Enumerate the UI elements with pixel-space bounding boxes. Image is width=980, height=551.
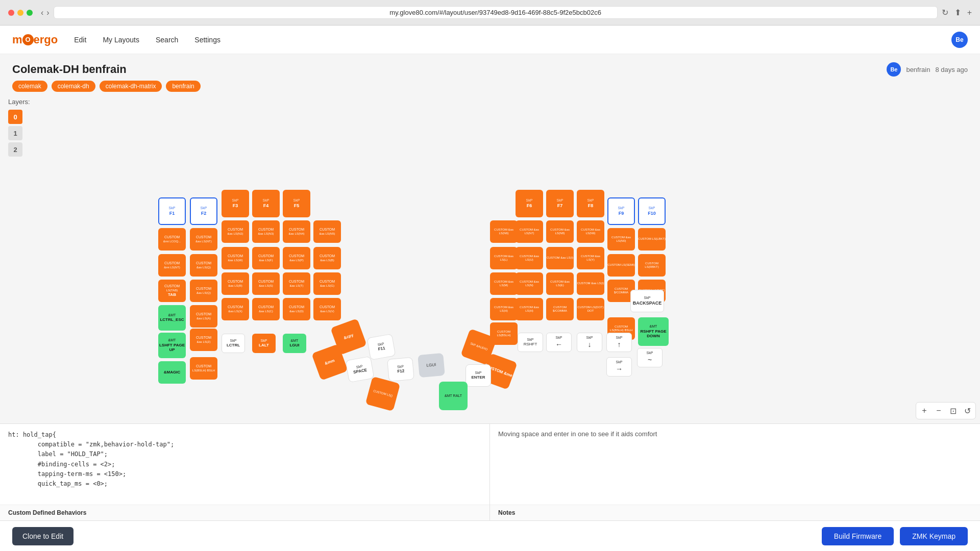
nav-avatar[interactable]: Be — [951, 32, 968, 48]
key-row7-l2[interactable]: CUSTOM LS(BSLH) BSLH — [190, 357, 217, 380]
code-area[interactable]: ht: hold_tap{ compatible = "zmk,behavior… — [0, 424, 489, 505]
key-f1[interactable]: SkP F1 — [158, 197, 186, 225]
key-row4-l5[interactable]: CUSTOM &as LS(T) — [283, 272, 310, 295]
key-r3-r1[interactable]: CUSTOM &as LS(L) — [490, 247, 518, 269]
key-row5-l3[interactable]: CUSTOM &as LS(X) — [222, 298, 249, 320]
key-r3-r3[interactable]: CUSTOM &as LS(I) — [546, 247, 574, 269]
key-row4-l3[interactable]: CUSTOM &as LS(R) — [222, 272, 249, 295]
key-f8[interactable]: SkP F8 — [577, 190, 604, 217]
notes-area[interactable]: Moving space and enter in one to see if … — [490, 424, 980, 505]
layer-0-button[interactable]: 0 — [8, 110, 22, 124]
key-enter[interactable]: SkP ENTER — [465, 364, 491, 387]
key-r3-r6[interactable]: CUSTOM LS(RBKT) — [638, 254, 666, 277]
tag-colemak-dh[interactable]: colemak-dh — [52, 81, 95, 92]
key-r2-r2[interactable]: CUSTOM &as LS(N7) — [516, 220, 543, 243]
key-r2-r4[interactable]: CUSTOM &as LS(N9) — [577, 220, 604, 243]
key-row5-l5[interactable]: CUSTOM &as LS(D) — [283, 298, 310, 320]
tag-colemak-dh-matrix[interactable]: colemak-dh-matrix — [100, 81, 162, 92]
key-arrow-up[interactable]: SkP ↑ — [606, 333, 632, 352]
key-f12[interactable]: SkP F12 — [387, 357, 414, 382]
key-row4-l4[interactable]: CUSTOM &as LS(S) — [252, 272, 280, 295]
nav-settings[interactable]: Settings — [194, 36, 220, 44]
key-lgui-center[interactable]: LGUI — [418, 353, 445, 378]
add-tab-button[interactable]: + — [967, 8, 972, 17]
zoom-in-button[interactable]: + — [918, 405, 930, 417]
key-r2-r3[interactable]: CUSTOM &as LS(N8) — [546, 220, 574, 243]
key-row4-l1[interactable]: CUSTOM LS(TAB) TAB — [158, 280, 186, 302]
key-arrow-right[interactable]: SkP → — [606, 357, 632, 377]
key-r5-r1[interactable]: CUSTOM &as LS(H) — [490, 298, 518, 320]
key-r3-r2[interactable]: CUSTOM &as LS(U) — [516, 247, 543, 269]
key-f2[interactable]: SkP F2 — [190, 197, 217, 225]
key-row3-l5[interactable]: CUSTOM &as LS(P) — [283, 247, 310, 269]
key-arrow-down[interactable]: SkP ↓ — [577, 333, 602, 352]
key-row3-l2[interactable]: CUSTOM &as LS(Q) — [190, 254, 217, 277]
key-lctrl[interactable]: SkP LCTRL — [222, 334, 245, 353]
key-row5-l6[interactable]: CUSTOM &as LS(V) — [313, 298, 341, 320]
zoom-reset-button[interactable]: ↺ — [961, 405, 973, 417]
key-row2-l5[interactable]: CUSTOM &as LS(N4) — [283, 220, 310, 243]
browser-nav[interactable]: ‹ › — [41, 8, 50, 17]
key-r3-r4[interactable]: CUSTOM &as LS(Y) — [577, 247, 604, 269]
key-r4-r4[interactable]: CUSTOM &as LS(I) — [577, 272, 604, 295]
clone-button[interactable]: Clone to Edit — [12, 527, 74, 545]
key-f4[interactable]: SkP F4 — [252, 190, 280, 217]
key-row2-l2[interactable]: CUSTOM &as LS(NT) — [190, 228, 217, 251]
key-rshft-pgdn[interactable]: &MT RSHFT PAGE DOWN — [638, 317, 669, 346]
nav-my-layouts[interactable]: My Layouts — [103, 36, 139, 44]
key-ralt[interactable]: &MT RALT — [439, 382, 468, 410]
key-f6[interactable]: SkP F6 — [516, 190, 543, 217]
key-lctrl-esc[interactable]: &MT LCTRL_ESC — [158, 305, 186, 331]
key-f3[interactable]: SkP F3 — [222, 190, 249, 217]
key-row4-l6[interactable]: CUSTOM &as LS(G) — [313, 272, 341, 295]
tag-colemak[interactable]: colemak — [12, 81, 47, 92]
zoom-out-button[interactable]: − — [933, 405, 945, 417]
key-lalt[interactable]: SkP LALT — [252, 334, 276, 353]
key-lgui[interactable]: &MT LGUI — [283, 334, 306, 353]
zmk-keymap-button[interactable]: ZMK Keymap — [900, 527, 968, 545]
key-tilde[interactable]: SkP ~ — [637, 348, 663, 367]
key-r3-r5[interactable]: CUSTOM LS(SEMI) — [607, 254, 635, 277]
key-row5-l2[interactable]: CUSTOM &as LS(A) — [190, 305, 217, 328]
tag-benfrain[interactable]: benfrain — [166, 81, 200, 92]
key-r4-r1[interactable]: CUSTOM &as LS(M) — [490, 272, 518, 295]
key-r5-r3[interactable]: CUSTOM $/COMMA — [546, 298, 574, 320]
key-row3-l6[interactable]: CUSTOM &as LS(B) — [313, 247, 341, 269]
key-r2-r5[interactable]: CUSTOM &as LS(N0) — [607, 228, 635, 251]
key-f9[interactable]: SkP F9 — [607, 197, 635, 225]
key-row6-l2[interactable]: CUSTOM &as LS(Z) — [190, 329, 217, 351]
key-row3-l4[interactable]: CUSTOM &as LS(F) — [252, 247, 280, 269]
key-row3-l1[interactable]: CUSTOM &mt LS(NT) — [158, 254, 186, 277]
share-button[interactable]: ⬆ — [954, 8, 961, 17]
key-row5-l4[interactable]: CUSTOM &as LS(C) — [252, 298, 280, 320]
key-backspace[interactable]: SkP BACKSPACE — [630, 290, 664, 312]
key-r4-r2[interactable]: CUSTOM &as LS(N) — [516, 272, 543, 295]
key-row3-l3[interactable]: CUSTOM &as LS(W) — [222, 247, 249, 269]
nav-edit[interactable]: Edit — [74, 36, 86, 44]
key-r2-r1[interactable]: CUSTOM &as LS(N6) — [490, 220, 518, 243]
key-r5-r2[interactable]: CUSTOM &as LS(H) — [516, 298, 543, 320]
layer-1-button[interactable]: 1 — [8, 126, 22, 140]
reload-button[interactable]: ↻ — [942, 8, 948, 17]
nav-search[interactable]: Search — [156, 36, 178, 44]
forward-button[interactable]: › — [46, 8, 49, 17]
key-f7[interactable]: SkP F7 — [546, 190, 574, 217]
key-rshft[interactable]: SkP RSHFT — [518, 333, 543, 352]
key-row2-l3[interactable]: CUSTOM &as LS(N2) — [222, 220, 249, 243]
key-lshft-pgup[interactable]: &MT LSHFT PAGE UP — [158, 333, 186, 358]
key-f11[interactable]: SkP F11 — [367, 334, 396, 360]
layer-2-button[interactable]: 2 — [8, 142, 22, 157]
zoom-fit-button[interactable]: ⊡ — [947, 405, 959, 417]
key-row2-l4[interactable]: CUSTOM &as LS(N3) — [252, 220, 280, 243]
key-r2-r6[interactable]: CUSTOM LS(LBKT) — [638, 228, 666, 251]
key-arrow-left[interactable]: SkP ← — [546, 333, 572, 352]
key-f10[interactable]: SkP F10 — [638, 197, 666, 225]
key-row2-l1[interactable]: CUSTOM &mt LCOQ... — [158, 228, 186, 251]
url-bar[interactable]: my.glove80.com/#/layout/user/93749ed8-9d… — [54, 6, 938, 19]
key-row2-l6[interactable]: CUSTOM &as LS(N5) — [313, 220, 341, 243]
key-row4-l2[interactable]: CUSTOM &as LS(Q) — [190, 280, 217, 302]
key-lc-bslh[interactable]: CUSTOM LS() — [365, 377, 401, 412]
key-f5[interactable]: SkP F5 — [283, 190, 310, 217]
key-magic[interactable]: &MAGIC — [158, 361, 186, 384]
key-r5-r4[interactable]: CUSTOM LS(DOT) DOT — [577, 298, 604, 320]
